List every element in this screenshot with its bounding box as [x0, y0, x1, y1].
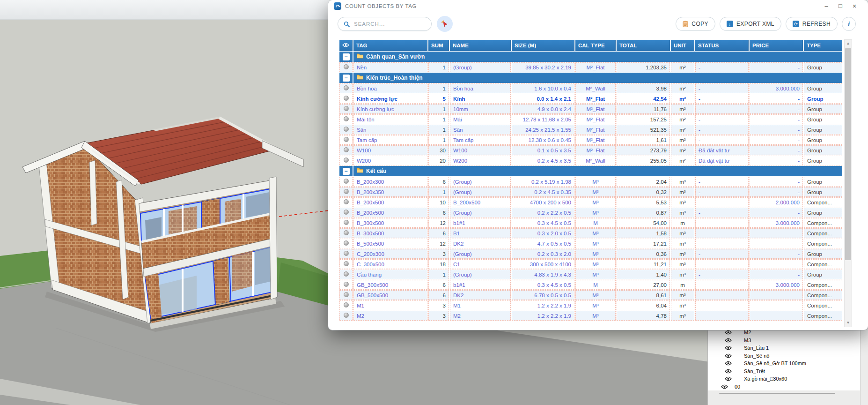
table-row[interactable]: Kính cường lực5Kính0.0 x 1.4 x 2.1M²_Fla… — [339, 94, 842, 104]
column-header-cal-type[interactable]: CAL TYPE — [575, 40, 616, 51]
table-row[interactable]: Cầu thang1(Group)4.83 x 1.9 x 4.3M³1,40m… — [339, 270, 842, 279]
column-header-price[interactable]: PRICE — [750, 40, 803, 51]
table-row[interactable]: B_300x5006B10.3 x 2.0 x 0.5M³1,58m³Compo… — [339, 228, 842, 238]
close-button[interactable]: × — [847, 0, 861, 12]
visibility-icon[interactable] — [344, 251, 349, 256]
group-row[interactable]: −Kết cấu — [339, 166, 842, 176]
eye-icon[interactable] — [725, 338, 732, 343]
group-row[interactable]: −Kiến trúc_Hoàn thiện — [339, 73, 842, 83]
eye-icon[interactable] — [725, 330, 732, 335]
export-xml-button[interactable]: ↓ EXPORT XML — [720, 17, 781, 31]
cell-type: Compon... — [804, 259, 842, 269]
column-header-type[interactable]: TYPE — [804, 40, 842, 51]
tag-item[interactable]: Sàn_Trệt — [708, 368, 860, 375]
column-header-status[interactable]: STATUS — [695, 40, 749, 51]
table-row[interactable]: Sân1Sân24.25 x 21.5 x 1.55M²_Flat521,35m… — [339, 125, 842, 135]
visibility-icon[interactable] — [344, 147, 349, 152]
visibility-icon[interactable] — [344, 210, 349, 215]
visibility-icon[interactable] — [344, 240, 349, 246]
table-scrollbar[interactable]: ▲ ▼ — [844, 39, 852, 327]
table-row[interactable]: Tam cấp1Tam cấp12.38 x 0.6 x 0.45M²_Flat… — [339, 135, 842, 145]
visibility-icon[interactable] — [344, 230, 349, 235]
minimize-button[interactable]: – — [819, 0, 833, 12]
search-box[interactable] — [338, 17, 432, 31]
table-row[interactable]: B_200x5006(Group)0.2 x 2.2 x 0.5M³0,87m³… — [339, 208, 842, 218]
pick-object-button[interactable] — [437, 16, 453, 32]
table-row[interactable]: B_200x3501(Group)0.2 x 4.5 x 0.35M³0,32m… — [339, 187, 842, 197]
table-row[interactable]: GB_300x5006b1#10.3 x 4.5 x 0.5M27,00m3.0… — [339, 280, 842, 290]
visibility-icon[interactable] — [344, 189, 349, 194]
table-row[interactable]: C_300x50018C1300 x 500 x 4100M³11,21m³Co… — [339, 259, 842, 269]
table-row[interactable]: B_200x3006(Group)0.2 x 5.19 x 1.98M³2,04… — [339, 177, 842, 187]
column-header-size-m-[interactable]: SIZE (M) — [512, 40, 574, 51]
tag-item[interactable]: 00 — [708, 383, 860, 391]
maximize-button[interactable]: □ — [833, 0, 847, 12]
tags-scroll-divider[interactable] — [719, 393, 835, 394]
visibility-icon[interactable] — [344, 179, 349, 184]
tags-scrollbar[interactable] — [860, 322, 868, 405]
table-row[interactable]: Bồn hoa1Bồn hoa1.6 x 10.0 x 0.4M²_Wall3,… — [339, 83, 842, 93]
visibility-icon[interactable] — [344, 85, 349, 90]
collapse-button[interactable]: − — [343, 168, 350, 175]
tag-item[interactable]: Sàn_Lầu 1 — [708, 344, 860, 352]
cell-total: 42,54 — [617, 94, 670, 104]
visibility-icon[interactable] — [344, 137, 349, 142]
search-input[interactable] — [353, 21, 426, 27]
collapse-button[interactable]: − — [343, 75, 350, 82]
column-header-visibility[interactable] — [339, 40, 353, 51]
table-row[interactable]: W10030W1000.1 x 0.5 x 3.5M²_Flat273,79m²… — [339, 145, 842, 155]
table-row[interactable]: B_500x50012DK24.7 x 0.5 x 0.5M³17,21m³Co… — [339, 239, 842, 248]
collapse-button[interactable]: − — [343, 53, 350, 60]
visibility-icon[interactable] — [344, 261, 349, 266]
tag-item[interactable]: M3 — [708, 337, 860, 345]
cell-cal: M²_Flat — [575, 104, 616, 114]
table-row[interactable]: W20020W2000.2 x 4.5 x 3.5M²_Wall255,05m²… — [339, 156, 842, 165]
visibility-icon[interactable] — [344, 106, 349, 111]
table-row[interactable]: GB_500x5006DK26.78 x 0.5 x 0.5M³8,61m³Co… — [339, 290, 842, 300]
copy-button[interactable]: COPY — [676, 17, 715, 31]
refresh-button[interactable]: ⟳ REFRESH — [786, 17, 838, 31]
visibility-icon[interactable] — [344, 313, 349, 318]
column-header-tag[interactable]: TAG — [353, 40, 427, 51]
table-row[interactable]: B_300x50012b1#10.3 x 4.5 x 0.5M54,00m3.0… — [339, 218, 842, 228]
visibility-icon[interactable] — [344, 282, 349, 287]
column-header-name[interactable]: NAME — [450, 40, 511, 51]
eye-icon[interactable] — [721, 384, 728, 389]
table-row[interactable]: B_200x50010B_200x5004700 x 200 x 500M³5,… — [339, 197, 842, 207]
table-row[interactable]: M23M21.2 x 2.2 x 1.9M³4,78m³Compon... — [339, 311, 842, 321]
column-header-sum[interactable]: SUM — [428, 40, 449, 51]
visibility-icon[interactable] — [344, 64, 349, 69]
scroll-up-icon[interactable]: ▲ — [845, 40, 852, 47]
tag-item[interactable]: Xà gồ mái_□30x60 — [708, 375, 860, 383]
eye-icon[interactable] — [725, 345, 732, 350]
scrollbar-thumb[interactable] — [845, 48, 851, 260]
scroll-down-icon[interactable]: ▼ — [845, 319, 852, 327]
table-row[interactable]: Mái tôn1Mái12.78 x 11.68 x 2.05M²_Flat15… — [339, 114, 842, 124]
table-row[interactable]: M13M11.2 x 2.2 x 1.9M³6,04m³Compon... — [339, 300, 842, 310]
info-button[interactable]: i — [842, 17, 856, 31]
visibility-icon[interactable] — [344, 271, 349, 277]
visibility-icon[interactable] — [344, 220, 349, 225]
refresh-label: REFRESH — [802, 21, 831, 27]
tag-item[interactable]: Sàn_Sê nô — [708, 352, 860, 360]
table-row[interactable]: Kính cường lực110mm4.9 x 0.0 x 2.4M²_Fla… — [339, 104, 842, 114]
column-header-unit[interactable]: UNIT — [671, 40, 694, 51]
table-row[interactable]: C_200x3003(Group)0.2 x 0.3 x 2.0M³0,36m³… — [339, 249, 842, 259]
visibility-icon[interactable] — [344, 127, 349, 132]
dialog-titlebar[interactable]: COUNT OBJECTS BY TAG – □ × — [328, 0, 868, 12]
eye-icon[interactable] — [725, 376, 732, 381]
visibility-icon[interactable] — [344, 96, 349, 101]
visibility-icon[interactable] — [344, 302, 349, 308]
table-row[interactable]: Nền1(Group)39.85 x 30.2 x 2.19M²_Flat1.2… — [339, 62, 842, 72]
visibility-icon[interactable] — [344, 199, 349, 204]
column-header-total[interactable]: TOTAL — [617, 40, 670, 51]
visibility-icon[interactable] — [344, 158, 349, 163]
visibility-icon[interactable] — [344, 292, 349, 297]
eye-icon[interactable] — [725, 353, 732, 358]
eye-icon[interactable] — [725, 369, 732, 374]
eye-icon[interactable] — [725, 361, 732, 366]
cell-sum: 12 — [428, 239, 449, 248]
group-row[interactable]: −Cảnh quan_Sân vườn — [339, 52, 842, 62]
visibility-icon[interactable] — [344, 116, 349, 121]
tag-item[interactable]: Sàn_Sê nô_Gờ BT 100mm — [708, 360, 860, 368]
